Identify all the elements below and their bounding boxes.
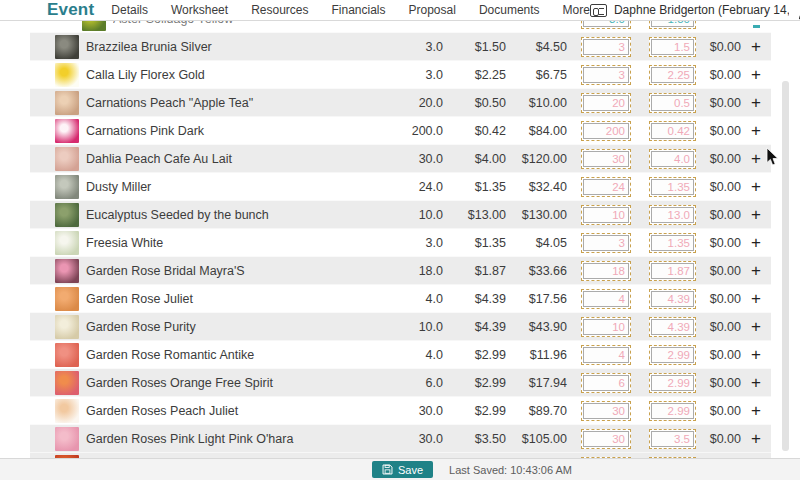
qty-input[interactable] <box>583 431 629 447</box>
flower-name: Garden Rose Purity <box>86 320 393 334</box>
price-input[interactable] <box>651 123 694 139</box>
price-input[interactable] <box>651 319 694 335</box>
nav-documents[interactable]: Documents <box>479 3 540 17</box>
price-input-wrap <box>649 289 696 309</box>
qty-input-wrap <box>581 373 631 393</box>
qty-input[interactable] <box>583 39 629 55</box>
qty-input[interactable] <box>583 207 629 223</box>
add-item-button[interactable]: + <box>741 262 771 279</box>
qty-input[interactable] <box>583 21 629 27</box>
nav-details[interactable]: Details <box>111 3 148 17</box>
add-item-button[interactable]: + <box>741 402 771 419</box>
add-item-button[interactable]: + <box>741 290 771 307</box>
price-input[interactable] <box>651 179 694 195</box>
qty-input[interactable] <box>583 347 629 363</box>
nav-more[interactable]: More <box>563 3 590 17</box>
flower-name: Dahlia Peach Cafe Au Lait <box>86 152 393 166</box>
line-total-cell: $0.00 <box>696 432 741 446</box>
qty-input-wrap <box>581 93 631 113</box>
price-input[interactable] <box>651 21 694 27</box>
unit-price-cell: $4.39 <box>443 292 506 306</box>
table-row: Garden Rose Purity 10.0 $4.39 $43.90 $0.… <box>30 313 771 341</box>
qty-input[interactable] <box>583 179 629 195</box>
flower-thumbnail <box>82 21 106 31</box>
qty-input[interactable] <box>583 291 629 307</box>
add-item-button[interactable]: + <box>741 206 771 223</box>
add-item-button[interactable]: + <box>741 430 771 447</box>
qty-input[interactable] <box>583 375 629 391</box>
extended-cell: $10.00 <box>506 96 567 110</box>
brand-title: Event <box>47 0 94 20</box>
scrollbar-thumb[interactable] <box>782 81 789 451</box>
qty-input-wrap <box>581 401 631 421</box>
qty-input-wrap <box>581 177 631 197</box>
price-input[interactable] <box>651 39 694 55</box>
price-input-wrap <box>649 21 696 29</box>
nav-proposal[interactable]: Proposal <box>409 3 456 17</box>
qty-input[interactable] <box>583 403 629 419</box>
qty-input[interactable] <box>583 151 629 167</box>
extended-cell: $11.96 <box>506 348 567 362</box>
clipped-action-icon <box>753 25 760 28</box>
add-item-button[interactable]: + <box>741 234 771 251</box>
price-input[interactable] <box>651 95 694 111</box>
flower-thumbnail <box>55 175 79 199</box>
add-item-button[interactable]: + <box>741 318 771 335</box>
add-item-button[interactable]: + <box>741 178 771 195</box>
qty-input-wrap <box>581 21 631 29</box>
price-input[interactable] <box>651 207 694 223</box>
price-input-wrap <box>649 345 696 365</box>
price-input-wrap <box>649 177 696 197</box>
qty-input[interactable] <box>583 67 629 83</box>
price-input[interactable] <box>651 403 694 419</box>
event-selector[interactable]: Daphne Bridgerton (February 14, 2... <box>590 1 800 20</box>
top-nav-bar: Event Details Worksheet Resources Financ… <box>0 0 800 21</box>
mouse-cursor <box>766 147 780 167</box>
price-input[interactable] <box>651 151 694 167</box>
add-item-button[interactable]: + <box>741 94 771 111</box>
flower-thumbnail <box>55 259 79 283</box>
price-input[interactable] <box>651 375 694 391</box>
nav-resources[interactable]: Resources <box>251 3 308 17</box>
flower-thumbnail <box>55 399 79 423</box>
table-row: Garden Roses Orange Free Spirit 6.0 $2.9… <box>30 369 771 397</box>
line-total-cell: $0.00 <box>696 40 741 54</box>
extended-cell: $84.00 <box>506 124 567 138</box>
table-row: Eucalyptus Seeded by the bunch 10.0 $13.… <box>30 201 771 229</box>
price-input[interactable] <box>651 431 694 447</box>
add-item-button[interactable]: + <box>741 38 771 55</box>
price-input-wrap <box>649 261 696 281</box>
qty-input[interactable] <box>583 95 629 111</box>
flower-rows: Aster Solidago Yellow Brazzilea Brunia S… <box>30 21 771 458</box>
quantity-cell: 10.0 <box>393 320 443 334</box>
nav-worksheet[interactable]: Worksheet <box>171 3 228 17</box>
qty-input-wrap <box>581 205 631 225</box>
flower-name: Garden Rose Juliet <box>86 292 393 306</box>
person-icon[interactable] <box>796 1 800 20</box>
unit-price-cell: $2.25 <box>443 68 506 82</box>
qty-input-wrap <box>581 345 631 365</box>
add-item-button[interactable]: + <box>741 374 771 391</box>
extended-cell: $4.50 <box>506 40 567 54</box>
add-item-button[interactable]: + <box>741 122 771 139</box>
price-input[interactable] <box>651 347 694 363</box>
price-input[interactable] <box>651 263 694 279</box>
qty-input[interactable] <box>583 263 629 279</box>
qty-input[interactable] <box>583 235 629 251</box>
price-input[interactable] <box>651 67 694 83</box>
extended-cell: $17.94 <box>506 376 567 390</box>
add-item-button[interactable]: + <box>741 66 771 83</box>
quantity-cell: 30.0 <box>393 404 443 418</box>
unit-price-cell: $2.99 <box>443 348 506 362</box>
flower-thumbnail <box>55 343 79 367</box>
add-item-button[interactable]: + <box>741 346 771 363</box>
line-total-cell: $0.00 <box>696 264 741 278</box>
qty-input[interactable] <box>583 319 629 335</box>
price-input[interactable] <box>651 235 694 251</box>
nav-financials[interactable]: Financials <box>331 3 385 17</box>
price-input-wrap <box>649 205 696 225</box>
price-input[interactable] <box>651 291 694 307</box>
qty-input[interactable] <box>583 123 629 139</box>
line-total-cell: $0.00 <box>696 68 741 82</box>
save-button[interactable]: Save <box>372 461 433 478</box>
